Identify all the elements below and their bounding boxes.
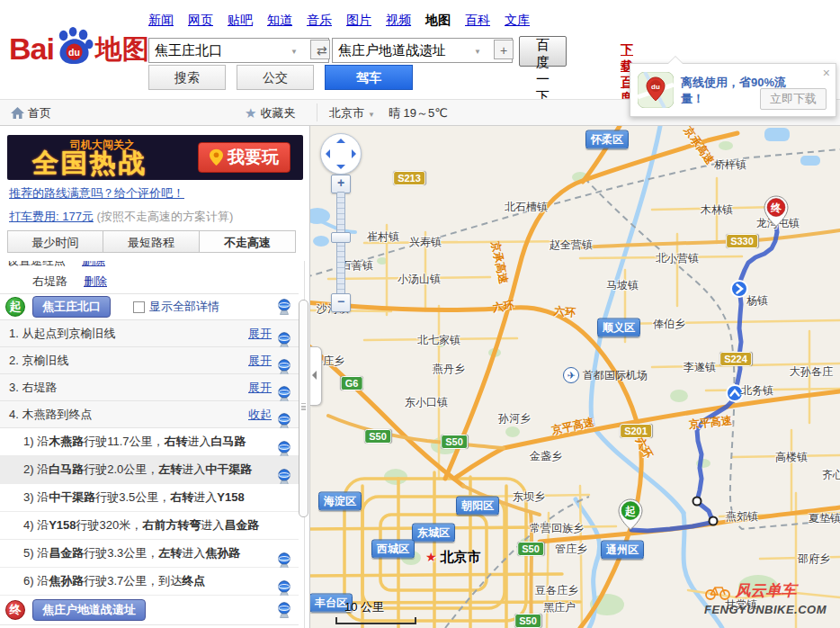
popup-arrow [668, 57, 683, 64]
taxi-fare-link[interactable]: 打车费用: 177元 [9, 210, 94, 223]
end-input[interactable] [332, 38, 513, 63]
step-toggle-link[interactable]: 展开 [248, 347, 272, 373]
via-name: 右堤路 [32, 274, 67, 288]
end-marker[interactable]: 终 [763, 195, 790, 228]
mode-tab-搜索[interactable]: 搜索 [148, 65, 226, 90]
nav-link-网页[interactable]: 网页 [188, 13, 213, 27]
mode-tab-公交[interactable]: 公交 [237, 65, 314, 90]
search-submit-button[interactable]: 百度一下 [519, 36, 567, 67]
start-name-chip[interactable]: 焦王庄北口 [32, 296, 111, 318]
city-selector[interactable]: 北京市▼ [329, 105, 375, 121]
baidu-maps-logo[interactable]: Bai du 地图 [9, 27, 149, 67]
pan-up-icon[interactable] [336, 139, 345, 143]
route-substep[interactable]: 4) 沿Y158行驶320米，右前方转弯进入昌金路 [0, 512, 299, 540]
start-badge: 起 [5, 297, 25, 317]
panel-scrollbar-thumb[interactable] [299, 300, 308, 517]
step-toggle-link[interactable]: 收起 [248, 401, 272, 427]
route-strategy-tabs: 最少时间最短路程不走高速 [7, 230, 296, 253]
chevron-left-icon [312, 371, 317, 380]
strategy-tab-最少时间[interactable]: 最少时间 [7, 230, 103, 253]
chevron-down-icon: ▼ [368, 111, 375, 119]
offline-map-promo-popup: du 离线使用，省90%流量！ × 立即下载 [630, 63, 836, 117]
nav-link-贴吧[interactable]: 贴吧 [228, 13, 253, 27]
map-pan-control[interactable] [320, 133, 362, 175]
zoom-slider-track[interactable] [336, 192, 345, 295]
nav-link-知道[interactable]: 知道 [267, 13, 292, 27]
ad-banner-play-button[interactable]: 我要玩 [198, 142, 290, 173]
mode-tab-驾车[interactable]: 驾车 [325, 65, 413, 90]
svg-text:du: du [68, 47, 80, 58]
delete-via-link[interactable]: 删除 [82, 261, 105, 267]
nav-link-百科[interactable]: 百科 [465, 13, 490, 27]
map-scale-label: 10 公里 [344, 599, 384, 615]
route-step[interactable]: 3. 右堤路展开 [0, 374, 299, 401]
ad-banner-title: 全国热战 [32, 146, 147, 180]
rate-route-link[interactable]: 推荐的路线满意吗？给个评价吧！ [9, 186, 184, 200]
route-substep[interactable]: 1) 沿木燕路行驶11.7公里，右转进入白马路 [0, 428, 299, 456]
start-marker[interactable]: 起 [617, 498, 644, 531]
start-input[interactable] [148, 38, 329, 63]
nav-link-图片[interactable]: 图片 [346, 13, 371, 27]
svg-text:du: du [651, 83, 660, 91]
show-all-details-toggle[interactable]: 显示全部详情 [133, 299, 219, 315]
pan-right-icon[interactable] [352, 149, 356, 158]
app-icon: du [638, 72, 674, 112]
taxi-fare-note: (按照不走高速的方案计算) [97, 210, 234, 223]
strategy-tab-最短路程[interactable]: 最短路程 [103, 230, 200, 253]
ad-banner[interactable]: 司机大闯关之 全国热战 我要玩 [7, 135, 303, 180]
logo-text-map: 地图 [95, 32, 149, 67]
strategy-tab-不走高速[interactable]: 不走高速 [200, 230, 296, 253]
route-substep[interactable]: 2) 沿白马路行驶2.0公里，左转进入中干渠路 [0, 456, 299, 484]
star-icon: ★ [245, 105, 256, 121]
logo-text-bai: Bai [9, 31, 54, 67]
end-name-chip[interactable]: 焦庄户地道战遗址 [32, 599, 146, 621]
route-step[interactable]: 2. 京榆旧线展开 [0, 347, 299, 374]
route-end-row[interactable]: 终焦庄户地道战遗址 [0, 596, 299, 625]
strip-divider [317, 103, 317, 121]
via-row-clipped: 设置途经点删除 [0, 261, 299, 272]
panel-collapse-handle[interactable] [310, 346, 322, 406]
nav-link-地图[interactable]: 地图 [425, 13, 451, 27]
checkbox-icon[interactable] [133, 301, 145, 313]
route-substep[interactable]: 3) 沿中干渠路行驶3.5公里，右转进入Y158 [0, 484, 299, 512]
bicycle-icon [704, 582, 731, 600]
nav-link-音乐[interactable]: 音乐 [307, 13, 332, 27]
zoom-out-button[interactable]: − [331, 293, 351, 312]
via-points-box: 设置途经点删除 右堤路删除 [0, 261, 299, 292]
delete-via-link[interactable]: 删除 [84, 274, 107, 288]
rate-route-row: 推荐的路线满意吗？给个评价吧！ [9, 185, 184, 202]
map-scale-bar [335, 617, 416, 624]
map-base-layer [310, 126, 840, 628]
download-now-button[interactable]: 立即下载 [760, 88, 827, 110]
mode-tabs: 搜索公交驾车 [148, 65, 424, 90]
swap-button[interactable]: ⇄ [310, 40, 330, 59]
pin-icon [210, 148, 223, 166]
step-toggle-link[interactable]: 展开 [248, 374, 272, 400]
weather-text: 晴 19～5℃ [389, 105, 448, 121]
route-substep[interactable]: 6) 沿焦孙路行驶3.7公里，到达终点 [0, 568, 299, 596]
nav-link-新闻[interactable]: 新闻 [148, 13, 174, 27]
add-waypoint-button[interactable]: + [494, 40, 514, 59]
favorites-link[interactable]: ★ 收藏夹 [245, 105, 295, 121]
pan-left-icon[interactable] [326, 149, 330, 158]
svg-text:终: 终 [770, 202, 782, 214]
route-start-row[interactable]: 起 焦王庄北口 显示全部详情 [0, 293, 299, 320]
close-icon[interactable]: × [823, 66, 830, 80]
map-canvas[interactable]: ✈ 首都国际机场 ★北京市 怀柔区顺义区海淀区朝阳区东城区西城区丰台区通州区桥梓… [310, 126, 840, 628]
nav-link-视频[interactable]: 视频 [386, 13, 411, 27]
zoom-slider-thumb[interactable] [331, 232, 351, 243]
step-toggle-link[interactable]: 展开 [248, 320, 272, 346]
pan-down-icon[interactable] [336, 165, 345, 169]
home-icon [11, 107, 24, 120]
nav-link-文库[interactable]: 文库 [505, 13, 530, 27]
end-badge: 终 [5, 600, 25, 620]
baidu-maps-app: Bai du 地图 新闻网页贴吧知道音乐图片视频地图百科文库 ▼ ⇄ ▼ [0, 0, 840, 628]
taxi-fare-row: 打车费用: 177元 (按照不走高速的方案计算) [9, 209, 233, 225]
route-step[interactable]: 4. 木燕路到终点收起 [0, 401, 299, 428]
streetview-icon[interactable] [275, 299, 293, 316]
home-link[interactable]: 首页 [11, 105, 51, 121]
route-substep[interactable]: 5) 沿昌金路行驶3.3公里，左转进入焦孙路 [0, 540, 299, 568]
route-step[interactable]: 1. 从起点到京榆旧线展开 [0, 320, 299, 347]
streetview-icon[interactable] [275, 602, 293, 619]
zoom-in-button[interactable]: + [331, 175, 351, 193]
